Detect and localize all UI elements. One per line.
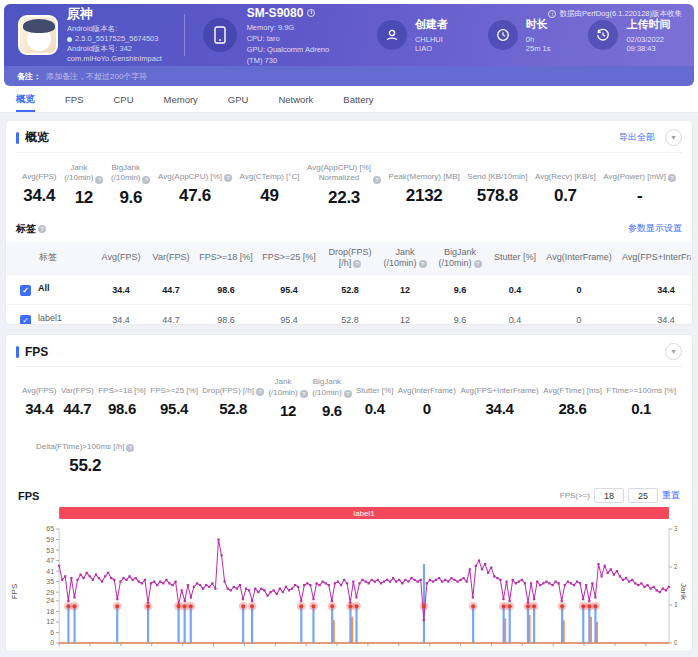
overview-stats-row: Avg(FPS)34.4Jank (/10min)?12BigJank (/10… — [6, 153, 692, 220]
stat-item: Avg(Recv) [KB/s]0.7 — [535, 163, 596, 208]
svg-text:00:00: 00:00 — [50, 650, 68, 652]
note-bar: 备注： — [4, 66, 694, 86]
info-icon[interactable]: ? — [224, 174, 232, 182]
info-icon[interactable]: ? — [256, 388, 264, 396]
stat-value: 49 — [240, 186, 300, 206]
info-icon[interactable]: ? — [95, 176, 103, 184]
table-row: ✓label134.444.798.695.452.8129.60.4034.4… — [7, 305, 691, 326]
info-icon[interactable]: ? — [126, 444, 134, 452]
fps-stats-row: Avg(FPS)34.4Var(FPS)44.7FPS>=18 [%]98.6F… — [6, 367, 692, 431]
fps-threshold-input-low[interactable] — [594, 488, 624, 503]
stat-item: BigJank (/10min)?9.6 — [312, 377, 351, 419]
reset-link[interactable]: 重置 — [662, 489, 680, 502]
svg-text:53: 53 — [46, 547, 54, 554]
stat-item: Avg(AppCPU) [%]?47.6 — [158, 163, 232, 208]
note-input[interactable] — [46, 72, 366, 81]
stat-item: FTime>=100ms [%]0.1 — [606, 377, 676, 419]
creator-label: 创建者 — [415, 17, 450, 32]
stat-item: Avg(Power) [mW]?- — [603, 163, 676, 208]
info-icon[interactable]: ? — [474, 260, 482, 268]
svg-text:35: 35 — [46, 578, 54, 585]
labels-info-icon[interactable]: ? — [38, 225, 46, 233]
table-cell: 95.4 — [257, 305, 321, 326]
stat-item: Delta(FTime)>100ms [/h]?55.2 — [36, 433, 134, 476]
row-checkbox[interactable]: ✓ — [20, 285, 31, 296]
fps-card: FPS ▾ Avg(FPS)34.4Var(FPS)44.7FPS>=18 [%… — [5, 334, 693, 652]
fps-section-title: FPS — [25, 345, 48, 359]
svg-text:10:08: 10:08 — [297, 650, 315, 652]
overview-title: 概览 — [25, 129, 49, 146]
stat-value: 47.6 — [158, 186, 232, 206]
info-icon[interactable]: ? — [668, 174, 676, 182]
stat-item: Var(FPS)44.7 — [61, 377, 94, 419]
stat-value: 0.4 — [356, 400, 393, 417]
table-cell: 98.6 — [195, 275, 257, 305]
info-icon[interactable]: ? — [344, 390, 352, 398]
info-icon[interactable]: ? — [353, 260, 361, 268]
stat-item: Avg(AppCPU) [%] Normalized?22.3 — [307, 163, 381, 208]
svg-text:6: 6 — [50, 629, 54, 636]
svg-text:01:16: 01:16 — [81, 650, 99, 652]
tab-cpu[interactable]: CPU — [113, 86, 133, 112]
app-package: com.miHoYo.GenshinImpact — [67, 54, 162, 64]
svg-text:12: 12 — [46, 619, 54, 626]
stat-value: 0 — [398, 400, 456, 417]
svg-text:24: 24 — [46, 598, 54, 605]
stat-value: 9.6 — [312, 402, 351, 419]
tab-battery[interactable]: Battery — [343, 86, 373, 112]
stat-value: 2132 — [389, 186, 460, 206]
column-header: 标签 — [7, 242, 95, 275]
info-icon[interactable]: ? — [142, 176, 150, 184]
content-area: 概览 导出全部 ▾ Avg(FPS)34.4Jank (/10min)?12Bi… — [0, 113, 698, 657]
row-checkbox[interactable]: ✓ — [20, 315, 31, 325]
fps-collapse-button[interactable]: ▾ — [665, 343, 682, 360]
export-all-link[interactable]: 导出全部 — [619, 131, 655, 144]
app-name: 原神 — [67, 5, 162, 23]
info-icon[interactable]: ? — [419, 260, 427, 268]
app-version-code: Android版本号: 342 — [67, 44, 162, 54]
device-info-icon[interactable]: i — [307, 9, 315, 17]
stat-item: Send [KB/10min]578.8 — [467, 163, 527, 208]
info-icon[interactable]: ? — [373, 176, 381, 184]
stat-item: Avg(FPS)34.4 — [22, 163, 57, 208]
tab-network[interactable]: Network — [278, 86, 313, 112]
tab-fps[interactable]: FPS — [65, 86, 83, 112]
table-cell: 44.7 — [147, 305, 195, 326]
user-icon — [377, 20, 407, 50]
stat-item: Avg(FPS+InterFrame)34.4 — [460, 377, 538, 419]
display-settings-link[interactable]: 参数显示设置 — [628, 222, 682, 235]
column-header: Avg(InterFrame) — [541, 242, 617, 275]
svg-text:47: 47 — [46, 557, 54, 564]
stat-value: - — [603, 186, 676, 206]
svg-text:20:16: 20:16 — [544, 650, 562, 652]
tab-gpu[interactable]: GPU — [228, 86, 249, 112]
column-header: Var(FPS) — [147, 242, 195, 275]
table-cell: 0.4 — [489, 275, 541, 305]
tab-bar: 概览FPSCPUMemoryGPUNetworkBattery — [0, 86, 698, 113]
table-cell: 52.8 — [321, 305, 379, 326]
tab-memory[interactable]: Memory — [164, 86, 198, 112]
fps-chart-svg[interactable]: label10612182429354147535965012300:0001:… — [21, 507, 677, 652]
stat-value: 12 — [64, 188, 103, 208]
table-cell: 0 — [541, 305, 617, 326]
stat-item: Peak(Memory) [MB]2132 — [389, 163, 460, 208]
column-header: Jank (/10min)? — [379, 242, 431, 275]
svg-text:label1: label1 — [353, 509, 375, 518]
fps-threshold-input-high[interactable] — [628, 488, 658, 503]
y-axis-label-left: FPS — [8, 507, 21, 652]
overview-collapse-button[interactable]: ▾ — [665, 129, 682, 146]
section-accent-bar — [16, 132, 19, 144]
table-cell: 98.6 — [195, 305, 257, 326]
info-icon[interactable]: ? — [300, 390, 308, 398]
svg-text:05:04: 05:04 — [174, 650, 192, 652]
table-row: ✓All34.444.798.695.452.8129.60.4034.428.… — [7, 275, 691, 305]
svg-text:16:28: 16:28 — [452, 650, 470, 652]
column-header: FPS>=18 [%] — [195, 242, 257, 275]
stat-value: 578.8 — [467, 186, 527, 206]
stat-item: Stutter [%]0.4 — [356, 377, 393, 419]
tab-概览[interactable]: 概览 — [16, 86, 35, 112]
upload-time-block: 上传时间 02/03/2022 09:38:43 — [588, 17, 680, 53]
stat-value: 28.6 — [543, 400, 602, 417]
column-header: Avg(FPS) — [95, 242, 147, 275]
stat-item: Jank (/10min)?12 — [268, 377, 307, 419]
